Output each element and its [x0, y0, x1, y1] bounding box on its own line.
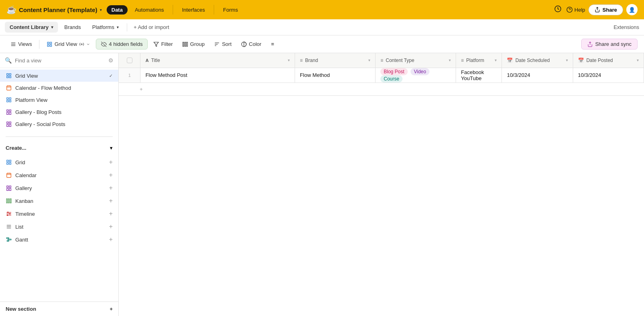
sidebar-item-grid-view[interactable]: Grid View ✓	[0, 70, 118, 82]
td-platform-1[interactable]: Facebook YouTube	[456, 68, 502, 83]
header-checkbox[interactable]	[127, 58, 132, 63]
td-date-posted-1[interactable]: 10/3/2024	[573, 68, 644, 83]
filter-label: Filter	[161, 41, 173, 47]
nav-forms-button[interactable]: Forms	[219, 5, 242, 14]
create-grid-item[interactable]: Grid +	[0, 156, 118, 169]
gallery-social-posts-icon	[6, 121, 12, 127]
share-button[interactable]: Share	[588, 4, 623, 15]
sidebar-item-platform-view[interactable]: Platform View	[0, 94, 118, 106]
nav-data-button[interactable]: Data	[107, 5, 128, 14]
new-section-plus-icon[interactable]: +	[109, 306, 113, 312]
hidden-fields-label: 4 hidden fields	[109, 41, 143, 47]
create-calendar-item[interactable]: Calendar +	[0, 169, 118, 182]
td-date-scheduled-1[interactable]: 10/3/2024	[502, 68, 573, 83]
create-chevron-icon: ▾	[110, 145, 113, 151]
nav-interfaces-button[interactable]: Interfaces	[178, 5, 209, 14]
group-button[interactable]: Group	[178, 39, 208, 49]
th-content-type[interactable]: ≡ Content Type ▾	[376, 53, 456, 68]
tab-content-library[interactable]: Content Library ▾	[5, 22, 58, 33]
create-gantt-icon	[6, 236, 12, 243]
add-row-button[interactable]: +	[119, 83, 644, 96]
create-kanban-item[interactable]: Kanban +	[0, 194, 118, 207]
add-import-label: + Add or import	[134, 24, 169, 30]
share-label: Share	[603, 7, 617, 13]
create-list-item[interactable]: List +	[0, 220, 118, 233]
new-section-button[interactable]: New section +	[0, 302, 118, 316]
row-1-date-posted: 10/3/2024	[578, 72, 601, 78]
create-timeline-icon	[6, 211, 12, 217]
search-input[interactable]	[15, 58, 105, 64]
views-button[interactable]: Views	[6, 39, 36, 49]
td-brand-1[interactable]: Flow Method	[295, 68, 376, 83]
create-section-header[interactable]: Create... ▾	[0, 142, 118, 154]
add-import-button[interactable]: + Add or import	[130, 23, 173, 32]
create-timeline-item[interactable]: Timeline +	[0, 207, 118, 220]
calendar-flow-method-icon	[6, 85, 12, 91]
td-content-type-1[interactable]: Blog Post Video Course	[376, 68, 456, 83]
sidebar-item-calendar-flow-method[interactable]: Calendar - Flow Method	[0, 82, 118, 94]
hidden-fields-button[interactable]: 4 hidden fields	[96, 39, 148, 50]
tag-course: Course	[380, 75, 402, 83]
svg-rect-45	[9, 163, 11, 164]
grid-view-button[interactable]: Grid View	[43, 39, 94, 49]
create-grid-plus-icon[interactable]: +	[109, 159, 113, 166]
tab-platforms-dropdown[interactable]: ▾	[117, 25, 119, 29]
svg-rect-67	[8, 239, 11, 240]
help-button[interactable]: Help	[566, 6, 585, 13]
app-title-dropdown-icon[interactable]: ▾	[100, 8, 102, 12]
add-row-plus-icon: +	[140, 86, 143, 92]
sort-button[interactable]: Sort	[210, 39, 235, 49]
svg-rect-55	[8, 199, 9, 203]
svg-rect-41	[9, 124, 11, 126]
th-platform-icon: ≡	[461, 58, 464, 63]
create-list-plus-icon[interactable]: +	[109, 223, 113, 230]
th-title-label: Title	[151, 58, 160, 63]
th-date-scheduled[interactable]: 📅 Date Scheduled ▾	[502, 53, 573, 68]
create-kanban-icon	[6, 198, 12, 204]
create-kanban-plus-icon[interactable]: +	[109, 197, 113, 204]
create-gantt-item[interactable]: Gantt +	[0, 233, 118, 246]
th-title-sort-icon[interactable]: ▾	[288, 58, 290, 62]
filter-button[interactable]: Filter	[149, 39, 177, 49]
td-title-1[interactable]: Flow Method Post	[140, 68, 295, 83]
tag-video: Video	[411, 68, 429, 75]
color-button[interactable]: Color	[237, 39, 265, 49]
th-platform[interactable]: ≡ Platform ▾	[456, 53, 502, 68]
table-row[interactable]: 1 Flow Method Post Flow Method Blog Post…	[119, 68, 644, 83]
sidebar-item-gallery-social-posts[interactable]: Gallery - Social Posts	[0, 118, 118, 130]
sidebar-settings-icon[interactable]: ⚙	[108, 57, 114, 64]
sidebar-item-platform-view-label: Platform View	[15, 97, 47, 103]
row-height-button[interactable]: ≡	[267, 39, 278, 49]
th-date-posted-sort-icon[interactable]: ▾	[637, 58, 639, 62]
app-logo[interactable]: ☕ Content Planner (Template) ▾	[6, 5, 102, 14]
svg-rect-25	[9, 76, 11, 78]
nav-automations-button[interactable]: Automations	[131, 5, 168, 14]
nav-divider-1	[173, 5, 173, 14]
create-gallery-plus-icon[interactable]: +	[109, 184, 113, 192]
row-height-icon: ≡	[271, 41, 274, 47]
share-sync-button[interactable]: Share and sync	[581, 39, 638, 50]
grid-table[interactable]: A Title ▾ ≡ Brand ▾	[119, 53, 644, 316]
create-gallery-item[interactable]: Gallery +	[0, 182, 118, 194]
create-gantt-plus-icon[interactable]: +	[109, 236, 113, 243]
th-brand[interactable]: ≡ Brand ▾	[295, 53, 376, 68]
sidebar-item-gallery-blog-posts[interactable]: Gallery - Blog Posts	[0, 106, 118, 118]
svg-marker-13	[154, 42, 159, 46]
create-timeline-plus-icon[interactable]: +	[109, 210, 113, 217]
th-content-type-sort-icon[interactable]: ▾	[449, 58, 451, 62]
create-calendar-plus-icon[interactable]: +	[109, 171, 113, 179]
history-button[interactable]	[553, 4, 563, 16]
th-date-scheduled-sort-icon[interactable]: ▾	[566, 58, 568, 62]
user-avatar[interactable]: 👤	[626, 4, 638, 15]
th-title[interactable]: A Title ▾	[140, 53, 295, 68]
sidebar-item-grid-view-label: Grid View	[15, 73, 38, 79]
th-platform-sort-icon[interactable]: ▾	[495, 58, 497, 62]
svg-rect-31	[9, 98, 11, 99]
tab-brands[interactable]: Brands	[60, 22, 86, 33]
th-brand-sort-icon[interactable]: ▾	[368, 58, 370, 62]
tab-content-library-dropdown[interactable]: ▾	[51, 25, 53, 29]
th-title-icon: A	[145, 58, 149, 63]
tab-platforms[interactable]: Platforms ▾	[87, 22, 124, 33]
th-date-posted[interactable]: 📅 Date Posted ▾	[573, 53, 644, 68]
extensions-label[interactable]: Extensions	[613, 24, 639, 30]
